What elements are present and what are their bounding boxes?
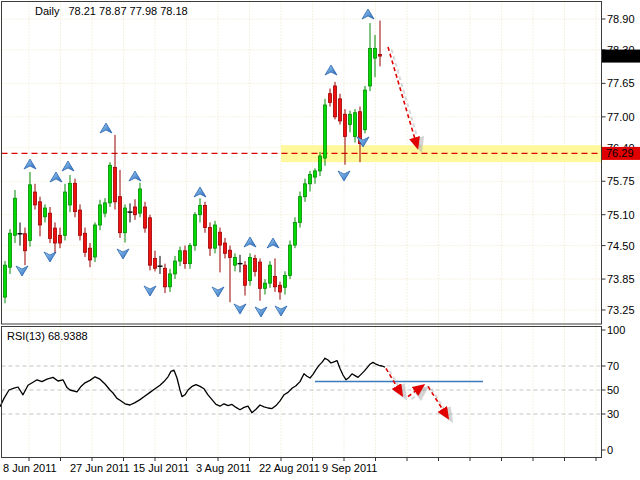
price-axis-label: 77.00 <box>607 111 635 123</box>
candle <box>9 229 12 274</box>
candle <box>99 200 102 230</box>
candle <box>64 184 67 241</box>
candle <box>44 204 47 222</box>
candle <box>174 256 177 279</box>
candle <box>299 192 302 228</box>
price-axis-label: 73.85 <box>607 273 635 285</box>
rsi-axis: 1007050300 <box>602 324 626 456</box>
fractal-down-icon <box>255 307 267 317</box>
candle <box>224 238 227 259</box>
fractal-down-icon <box>212 287 224 297</box>
date-axis-label: 9 Sep 2011 <box>322 462 377 474</box>
ohlc-values: 78.21 78.87 77.98 78.18 <box>68 5 187 17</box>
candle <box>134 199 137 220</box>
candle <box>109 162 112 207</box>
fractal-up-icon <box>62 161 74 171</box>
candle <box>114 135 117 210</box>
fractal-down-icon <box>144 286 156 296</box>
candle <box>364 86 367 133</box>
candle <box>54 222 57 253</box>
rsi-axis-label: 100 <box>607 324 625 336</box>
candle <box>234 253 237 271</box>
candle <box>189 243 192 269</box>
candle <box>374 35 377 77</box>
candle <box>4 261 7 303</box>
forecast-arrows[interactable] <box>386 47 451 419</box>
candle <box>59 228 62 249</box>
candle <box>194 212 197 251</box>
candle <box>154 251 157 272</box>
candle <box>259 258 262 300</box>
rsi-axis-label: 50 <box>607 384 619 396</box>
candle <box>244 261 247 296</box>
support-price-box-text: 76.29 <box>606 147 634 159</box>
candle <box>29 172 32 247</box>
price-axis-label: 75.75 <box>607 175 635 187</box>
candle <box>339 94 342 125</box>
fractal-up-icon <box>100 123 112 133</box>
candle <box>149 215 152 271</box>
candle <box>34 184 37 210</box>
candle <box>304 179 307 202</box>
candle <box>274 258 277 291</box>
candle <box>39 197 42 237</box>
date-axis: 8 Jun 201127 Jun 201115 Jul 20113 Aug 20… <box>3 458 596 475</box>
rsi-indicator-label: RSI(13) 68.9388 <box>7 330 88 342</box>
candle <box>249 253 252 285</box>
candle <box>309 171 312 192</box>
candle <box>49 207 52 243</box>
fractal-down-icon <box>44 252 56 262</box>
candle <box>94 222 97 262</box>
candle <box>214 221 217 253</box>
fractal-up-icon <box>362 9 374 19</box>
fractal-up-icon <box>129 171 141 181</box>
fractal-up-icon <box>325 65 337 75</box>
candle <box>324 99 327 166</box>
price-axis-label: 78.90 <box>607 13 635 25</box>
rsi-axis-label: 0 <box>607 444 613 456</box>
rsi-axis-label: 70 <box>607 360 619 372</box>
candle <box>329 89 332 107</box>
date-axis-label: 15 Jul 2011 <box>133 462 189 474</box>
candle <box>284 271 287 294</box>
candle <box>18 222 23 245</box>
rsi-axis-label: 30 <box>607 408 619 420</box>
fractal-up-icon <box>267 238 279 248</box>
fractal-up-icon <box>194 187 206 197</box>
candlestick-chart-canvas[interactable]: 78.9078.3077.6577.0076.4075.7575.1074.50… <box>0 0 640 480</box>
candle <box>119 170 122 238</box>
candle <box>164 264 167 293</box>
candle <box>158 256 163 274</box>
candle <box>204 202 207 233</box>
price-axis-label: 77.65 <box>607 77 635 89</box>
fractal-up-icon <box>24 159 36 169</box>
candle <box>264 279 267 294</box>
candle <box>24 228 27 266</box>
price-axis-label: 74.50 <box>607 240 635 252</box>
candle <box>354 109 357 142</box>
grid-lines <box>2 2 602 458</box>
price-axis-label: 73.25 <box>607 304 635 316</box>
candles-layer <box>4 21 382 304</box>
candle <box>199 198 202 222</box>
candle <box>294 217 297 248</box>
timeframe-label: Daily <box>35 5 59 17</box>
candle <box>169 269 172 292</box>
candle <box>269 261 272 288</box>
date-axis-label: 3 Aug 2011 <box>196 462 251 474</box>
candle <box>219 228 222 273</box>
candle <box>89 243 92 267</box>
candle <box>79 204 82 240</box>
price-axis-label: 75.10 <box>607 209 635 221</box>
candle <box>139 183 142 218</box>
chart-title: Daily78.21 78.87 77.98 78.18 <box>35 5 188 17</box>
date-axis-label: 27 Jun 2011 <box>70 462 130 474</box>
candle <box>229 246 232 303</box>
candle <box>14 190 17 243</box>
support-price-box: 76.29 <box>602 147 640 160</box>
candle <box>144 202 147 233</box>
candle <box>209 222 212 255</box>
candle <box>184 246 187 269</box>
fractal-down-icon <box>234 304 246 314</box>
date-axis-label: 8 Jun 2011 <box>3 462 57 474</box>
